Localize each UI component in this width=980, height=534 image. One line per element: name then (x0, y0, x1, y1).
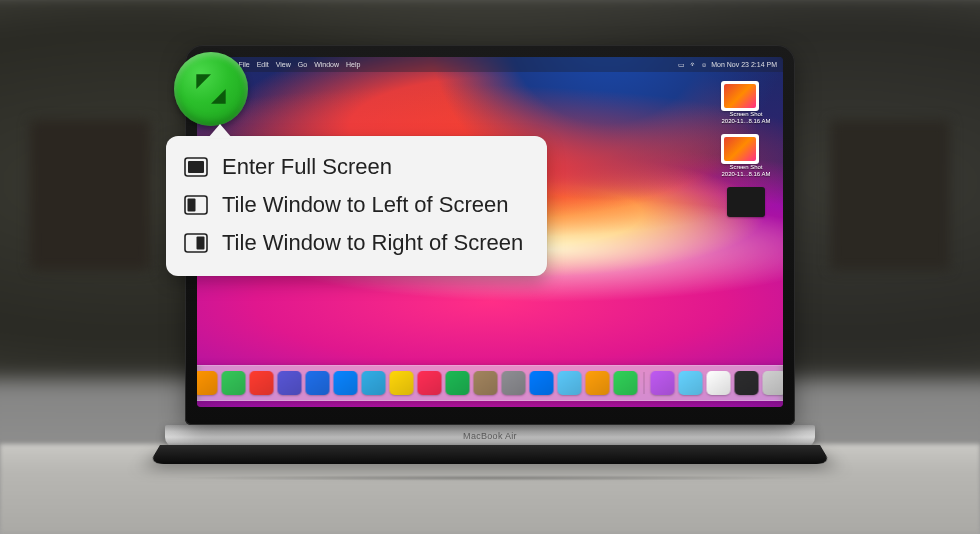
file-label: Screen Shot2020-11...8.16 AM (721, 111, 770, 124)
tile-right-icon (184, 233, 208, 253)
dock-app-icon[interactable] (362, 371, 386, 395)
dock-app-icon[interactable] (558, 371, 582, 395)
background-decor (30, 120, 150, 270)
desktop-file[interactable] (727, 187, 765, 217)
dock-app-icon[interactable] (222, 371, 246, 395)
desktop-icons-column: Screen Shot2020-11...8.16 AM Screen Shot… (719, 81, 773, 217)
dock-app-icon[interactable] (679, 371, 703, 395)
menubar-item[interactable]: Window (314, 61, 339, 68)
menu-item-label: Enter Full Screen (222, 154, 392, 180)
battery-icon[interactable]: ▭ (678, 61, 685, 69)
dock-app-icon[interactable] (763, 371, 784, 395)
desktop-file[interactable]: Screen Shot2020-11...8.16 AM (721, 81, 770, 124)
tile-left-icon (184, 195, 208, 215)
dock-app-icon[interactable] (530, 371, 554, 395)
menubar-item[interactable]: Go (298, 61, 307, 68)
dock-app-icon[interactable] (651, 371, 675, 395)
dock-app-icon[interactable] (278, 371, 302, 395)
menu-item-label: Tile Window to Left of Screen (222, 192, 509, 218)
screenshot-file-icon[interactable] (721, 134, 759, 164)
screenshot-file-icon[interactable] (727, 187, 765, 217)
dock-app-icon[interactable] (586, 371, 610, 395)
menu-item-label: Tile Window to Right of Screen (222, 230, 523, 256)
dock-app-icon[interactable] (735, 371, 759, 395)
dock-app-icon[interactable] (334, 371, 358, 395)
macos-menubar[interactable]: Finder File Edit View Go Window Help ▭ ᯤ… (197, 57, 783, 72)
svg-rect-5 (197, 237, 205, 250)
screenshot-file-icon[interactable] (721, 81, 759, 111)
dock-app-icon[interactable] (502, 371, 526, 395)
desktop-file[interactable]: Screen Shot2020-11...8.16 AM (721, 134, 770, 177)
svg-rect-3 (188, 199, 196, 212)
menu-item-tile-left[interactable]: Tile Window to Left of Screen (182, 186, 525, 224)
menubar-item[interactable]: Help (346, 61, 360, 68)
dock-app-icon[interactable] (306, 371, 330, 395)
menu-item-tile-right[interactable]: Tile Window to Right of Screen (182, 224, 525, 262)
menubar-item[interactable]: Edit (257, 61, 269, 68)
traffic-light-fullscreen-button[interactable] (174, 52, 248, 126)
macos-dock[interactable] (197, 365, 783, 401)
menubar-item[interactable]: View (276, 61, 291, 68)
laptop-hinge-label: MacBook Air (165, 425, 815, 447)
svg-rect-1 (188, 161, 204, 173)
dock-app-icon[interactable] (614, 371, 638, 395)
wifi-icon[interactable]: ᯤ (690, 61, 697, 68)
dock-app-icon[interactable] (474, 371, 498, 395)
fullscreen-arrows-icon (190, 68, 232, 110)
background-decor (830, 120, 950, 270)
menu-item-enter-full-screen[interactable]: Enter Full Screen (182, 148, 525, 186)
dock-app-icon[interactable] (446, 371, 470, 395)
fullscreen-rect-icon (184, 157, 208, 177)
file-label: Screen Shot2020-11...8.16 AM (721, 164, 770, 177)
menubar-status-area[interactable]: ▭ ᯤ ⌾ Mon Nov 23 2:14 PM (678, 61, 777, 69)
dock-app-icon[interactable] (418, 371, 442, 395)
dock-app-icon[interactable] (390, 371, 414, 395)
fullscreen-options-popover: Enter Full Screen Tile Window to Left of… (166, 136, 547, 276)
dock-separator (644, 372, 645, 394)
dock-app-icon[interactable] (250, 371, 274, 395)
control-center-icon[interactable]: ⌾ (702, 61, 706, 68)
menubar-clock[interactable]: Mon Nov 23 2:14 PM (711, 61, 777, 68)
dock-app-icon[interactable] (707, 371, 731, 395)
laptop-base (149, 445, 831, 464)
dock-app-icon[interactable] (197, 371, 218, 395)
